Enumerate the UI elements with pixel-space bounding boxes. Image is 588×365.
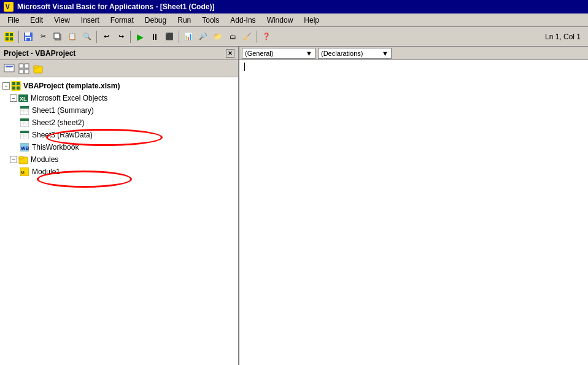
tree-sheet2[interactable]: Sheet2 (sheet2) [0, 117, 238, 129]
tree-root[interactable]: − VBAProject (template.xlsm) [0, 80, 238, 92]
svg-rect-51 [19, 156, 23, 159]
tree-thisworkbook[interactable]: WB ThisWorkbook [0, 141, 238, 153]
code-header: (General) ▼ (Declarations) ▼ [239, 47, 588, 60]
svg-text:WB: WB [21, 145, 29, 151]
expand-root[interactable]: − [2, 82, 10, 90]
toolbar-run[interactable]: ▶ [133, 30, 147, 44]
view-code-button[interactable] [2, 62, 16, 75]
svg-rect-19 [19, 69, 23, 74]
object-dropdown-value: (General) [245, 50, 273, 57]
toolbar-ref1[interactable]: 📁 [211, 30, 225, 44]
panel-header: Project - VBAProject ✕ [0, 47, 238, 60]
sheet3-icon [20, 130, 29, 140]
app-icon: V [4, 2, 14, 12]
toolbar-stop[interactable]: ⬛ [163, 30, 176, 44]
svg-rect-14 [6, 66, 13, 67]
menu-file[interactable]: File [2, 15, 24, 26]
toggle-folders-button[interactable] [32, 62, 45, 75]
svg-rect-25 [17, 82, 20, 85]
svg-rect-6 [10, 37, 13, 40]
expand-excel-objects[interactable]: − [10, 94, 17, 102]
thisworkbook-label: ThisWorkbook [32, 143, 79, 152]
tree-sheet3[interactable]: Sheet3 (RawData) [0, 129, 238, 141]
svg-rect-3 [6, 33, 9, 36]
sheet2-label: Sheet2 (sheet2) [32, 118, 84, 127]
tree-sheet1[interactable]: Sheet1 (Summary) [0, 104, 238, 117]
code-editor[interactable] [239, 60, 588, 365]
object-dropdown-arrow[interactable]: ▼ [306, 50, 312, 57]
menu-run[interactable]: Run [172, 15, 196, 26]
view-object-button[interactable] [17, 62, 31, 75]
menu-format[interactable]: Format [106, 15, 139, 26]
svg-rect-37 [20, 118, 29, 121]
modules-icon [18, 155, 28, 164]
toolbar-chart[interactable]: 📊 [182, 30, 195, 44]
toolbar-sep-3 [130, 31, 131, 43]
sheet1-icon [20, 106, 29, 115]
toolbar-cut[interactable]: ✂ [36, 30, 50, 44]
project-tree: − VBAProject (template.xlsm) [0, 77, 238, 365]
modules-group[interactable]: − Modules [0, 153, 238, 166]
code-panel: (General) ▼ (Declarations) ▼ [239, 47, 588, 365]
menu-window[interactable]: Window [262, 15, 298, 26]
panel-close-button[interactable]: ✕ [226, 49, 234, 58]
svg-rect-24 [12, 82, 15, 85]
procedure-dropdown-value: (Declarations) [321, 50, 363, 57]
project-panel: Project - VBAProject ✕ [0, 47, 239, 365]
module1-icon: M [20, 167, 29, 177]
menu-tools[interactable]: Tools [197, 15, 224, 26]
toolbar-find[interactable]: 🔍 [80, 30, 94, 44]
toolbar-search2[interactable]: 🔎 [196, 30, 210, 44]
sheet2-icon [20, 118, 29, 128]
toolbar: ✂ 📋 🔍 ↩ ↪ ▶ ⏸ ⬛ 📊 🔎 📁 🗂 🧹 ❓ Ln 1, Col 1 [0, 27, 588, 47]
svg-rect-10 [26, 38, 30, 40]
panel-toolbar [0, 60, 238, 77]
toolbar-vba-icon[interactable] [2, 30, 16, 44]
svg-rect-31 [20, 106, 29, 109]
toolbar-copy[interactable] [51, 30, 64, 44]
toolbar-help[interactable]: ❓ [260, 30, 273, 44]
svg-rect-4 [10, 33, 13, 36]
svg-rect-22 [34, 66, 38, 68]
modules-label: Modules [31, 155, 58, 164]
svg-rect-43 [20, 131, 29, 133]
svg-rect-8 [25, 33, 30, 36]
procedure-dropdown[interactable]: (Declarations) ▼ [318, 48, 392, 59]
menu-addins[interactable]: Add-Ins [225, 15, 260, 26]
toolbar-redo[interactable]: ↪ [114, 30, 128, 44]
excel-objects-icon: XL [18, 93, 28, 103]
toolbar-pause[interactable]: ⏸ [148, 30, 161, 44]
svg-rect-20 [25, 69, 29, 74]
svg-rect-16 [6, 69, 10, 69]
menu-edit[interactable]: Edit [25, 15, 48, 26]
svg-rect-27 [17, 86, 20, 90]
menu-debug[interactable]: Debug [140, 15, 171, 26]
svg-rect-12 [54, 33, 60, 39]
window-title: Microsoft Visual Basic for Applications … [17, 2, 584, 11]
toolbar-undo[interactable]: ↩ [99, 30, 113, 44]
procedure-dropdown-arrow[interactable]: ▼ [382, 50, 389, 57]
toolbar-clear[interactable]: 🧹 [241, 30, 254, 44]
svg-rect-17 [19, 64, 23, 68]
menu-help[interactable]: Help [299, 15, 324, 26]
toolbar-sep-5 [257, 31, 257, 43]
expand-modules[interactable]: − [10, 156, 17, 163]
object-dropdown[interactable]: (General) ▼ [242, 48, 315, 59]
menu-bar: File Edit View Insert Format Debug Run T… [0, 13, 588, 27]
sheet3-label: Sheet3 (RawData) [32, 131, 93, 139]
root-label: VBAProject (template.xlsm) [23, 82, 120, 90]
toolbar-paste[interactable]: 📋 [66, 30, 79, 44]
svg-rect-15 [6, 67, 12, 68]
toolbar-ref2[interactable]: 🗂 [226, 30, 239, 44]
svg-rect-5 [6, 37, 9, 40]
module1-label: Module1 [32, 167, 60, 176]
svg-rect-26 [12, 86, 15, 90]
tree-module1[interactable]: M Module1 [0, 166, 238, 178]
workbook-icon: WB [20, 142, 29, 152]
menu-insert[interactable]: Insert [76, 15, 104, 26]
toolbar-save[interactable] [21, 30, 35, 44]
excel-objects-group[interactable]: − XL Microsoft Excel Objects [0, 92, 238, 104]
text-cursor [244, 63, 245, 71]
toolbar-position: Ln 1, Col 1 [540, 31, 586, 42]
menu-view[interactable]: View [49, 15, 75, 26]
